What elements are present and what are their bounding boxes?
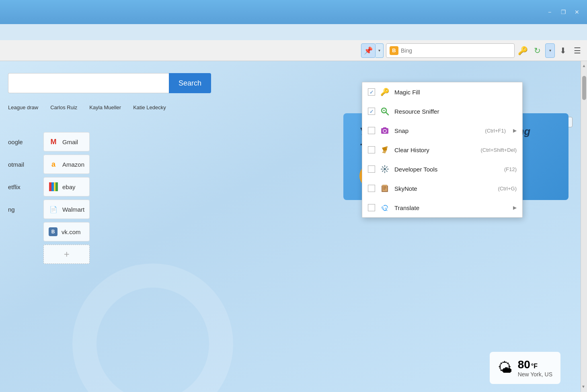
skynote-shortcut: (Ctrl+G): [498, 186, 517, 192]
search-input[interactable]: [401, 47, 511, 54]
ebay-label: ebay: [62, 184, 76, 190]
magic-fill-icon: 🔑: [380, 87, 390, 97]
svg-text:A: A: [381, 205, 384, 209]
partial-label: ng: [8, 200, 40, 219]
dropdown-item-snap[interactable]: Snap (Ctrl+F1) ▶: [362, 121, 522, 140]
svg-rect-1: [51, 182, 54, 191]
svg-rect-2: [54, 182, 55, 191]
snap-label: Snap: [394, 127, 480, 134]
vkcom-label: vk.com: [62, 229, 81, 235]
vkcom-icon: B: [49, 227, 57, 236]
download-icon-button[interactable]: ⬇: [556, 43, 569, 58]
dropdown-item-developer-tools[interactable]: Developer Tools (F12): [362, 159, 522, 179]
quick-link-ebay[interactable]: ebay: [43, 177, 90, 196]
partial-label: oogle: [8, 132, 40, 151]
trending-item[interactable]: Carlos Ruiz: [50, 104, 77, 110]
pin-button[interactable]: 📌: [361, 43, 376, 58]
dropdown-item-magic-fill[interactable]: ✓ 🔑 Magic Fill: [362, 82, 522, 102]
pin-icon: 📌: [364, 46, 373, 55]
search-box: B: [386, 43, 515, 58]
trending-item[interactable]: Katie Ledecky: [133, 104, 166, 110]
ebay-icon: [49, 182, 58, 192]
weather-location: New York, US: [518, 371, 552, 378]
title-bar-controls: − ❐ ✕: [544, 7, 583, 17]
svg-point-14: [384, 168, 386, 170]
quick-link-vkcom[interactable]: B vk.com: [43, 222, 90, 241]
add-site-button[interactable]: +: [43, 245, 90, 264]
magic-fill-label: Magic Fill: [394, 89, 517, 96]
partial-label: [8, 222, 40, 241]
translate-arrow: ▶: [513, 205, 517, 210]
snap-icon: [380, 126, 390, 135]
trending-item[interactable]: League draw: [8, 104, 38, 110]
developer-tools-checkbox[interactable]: [368, 165, 375, 173]
partial-label: otmail: [8, 155, 40, 174]
clear-history-label: Clear History: [394, 147, 476, 153]
dropdown-item-translate[interactable]: A 文 Translate ▶: [362, 198, 522, 217]
weather-temperature: 80: [518, 358, 530, 371]
weather-area: 🌤 80 °F New York, US: [490, 352, 560, 384]
dropdown-item-resource-sniffer[interactable]: ✓ Resource Sniffer: [362, 102, 522, 121]
translate-icon: A 文: [380, 203, 390, 212]
magic-fill-checkbox[interactable]: ✓: [368, 88, 375, 96]
amazon-label: Amazon: [62, 161, 84, 168]
resource-sniffer-label: Resource Sniffer: [394, 108, 517, 115]
bing-logo: B: [390, 46, 398, 55]
snap-checkbox[interactable]: [368, 127, 375, 134]
main-content: Search League draw Carlos Ruiz Kayla Mue…: [0, 61, 587, 392]
resource-sniffer-icon: [380, 106, 390, 116]
quick-link-gmail[interactable]: M Gmail: [43, 132, 90, 151]
minimize-button[interactable]: −: [544, 7, 556, 17]
developer-tools-label: Developer Tools: [394, 166, 499, 173]
bing-bg-decoration: [72, 263, 233, 392]
plugin-dropdown-menu: ✓ 🔑 Magic Fill ✓ Resource Sniffer: [362, 82, 523, 218]
pin-dropdown-arrow[interactable]: ▾: [376, 43, 384, 58]
svg-line-7: [386, 112, 388, 115]
snap-shortcut: (Ctrl+F1): [485, 128, 506, 134]
developer-tools-shortcut: (F12): [504, 166, 517, 172]
dropdown-item-skynote[interactable]: SkyNote (Ctrl+G): [362, 179, 522, 198]
menu-icon-button[interactable]: ☰: [571, 43, 584, 58]
scrollbar-thumb[interactable]: [582, 76, 586, 100]
clear-history-shortcut: (Ctrl+Shift+Del): [480, 147, 517, 153]
gmail-icon: M: [49, 137, 58, 147]
key-icon-button[interactable]: 🔑: [516, 43, 529, 58]
clear-history-checkbox[interactable]: [368, 146, 375, 153]
plugin-dropdown-button[interactable]: ▾: [545, 43, 555, 58]
trending-item[interactable]: Kayla Mueller: [89, 104, 121, 110]
weather-info: 80 °F New York, US: [518, 358, 552, 378]
title-bar: − ❐ ✕: [0, 0, 587, 24]
snap-arrow: ▶: [513, 128, 517, 133]
developer-tools-icon: [380, 164, 390, 174]
svg-rect-3: [55, 182, 58, 191]
amazon-icon: a: [49, 159, 58, 169]
quick-link-walmart[interactable]: 📄 Walmart: [43, 200, 90, 219]
quick-link-amazon[interactable]: a Amazon: [43, 155, 90, 174]
bing-search-input[interactable]: [8, 73, 169, 93]
tab-bar: [0, 24, 587, 40]
pin-button-group: 📌 ▾: [361, 43, 384, 58]
svg-rect-0: [49, 182, 51, 191]
scrollbar[interactable]: ▲ ▼: [581, 61, 587, 392]
dropdown-item-clear-history[interactable]: Clear History (Ctrl+Shift+Del): [362, 140, 522, 159]
svg-rect-10: [381, 128, 388, 134]
refresh-icon-button[interactable]: ↻: [531, 43, 544, 58]
weather-icon: 🌤: [498, 359, 512, 376]
translate-label: Translate: [394, 204, 506, 211]
walmart-label: Walmart: [62, 206, 84, 213]
restore-button[interactable]: ❐: [557, 7, 569, 17]
quick-links-col: M Gmail a Amazon: [43, 132, 90, 264]
partial-label: etflix: [8, 177, 40, 196]
clear-history-icon: [380, 145, 390, 155]
resource-sniffer-checkbox[interactable]: ✓: [368, 108, 375, 115]
translate-checkbox[interactable]: [368, 204, 375, 211]
skynote-label: SkyNote: [394, 185, 493, 192]
weather-unit: °F: [531, 363, 538, 370]
gmail-label: Gmail: [62, 139, 78, 145]
close-button[interactable]: ✕: [571, 7, 583, 17]
bing-search-button[interactable]: Search: [169, 73, 211, 93]
skynote-checkbox[interactable]: [368, 185, 375, 192]
svg-rect-12: [383, 127, 386, 129]
skynote-icon: [380, 184, 390, 193]
walmart-icon: 📄: [49, 204, 58, 214]
